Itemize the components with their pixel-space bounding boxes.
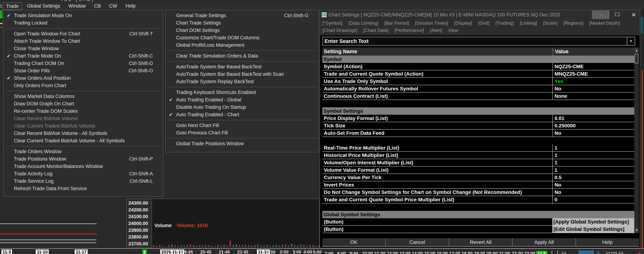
menu-item[interactable]: ✔ Attach Trade Window To Chart — [4, 38, 163, 45]
menu-item[interactable]: ✔ Clear Trade Simulation Orders & Data — [166, 52, 318, 60]
dialog-tab[interactable]: [Bar Period] — [384, 20, 409, 26]
settings-row[interactable]: (Button) [Apply Global Symbol Settings] — [322, 218, 635, 226]
menubar-item[interactable]: Help — [122, 2, 139, 10]
scroll-up-icon[interactable]: ▲ — [634, 48, 639, 53]
dialog-tab[interactable]: [Performance] — [394, 28, 424, 33]
setting-value-cell[interactable]: None — [553, 92, 635, 100]
settings-row[interactable]: Symbol (Action) NQZ25-CME — [322, 63, 635, 70]
menu-item[interactable]: ✔ General Trade Settings Ctrl-Shift-G — [166, 12, 318, 19]
menubar-item[interactable]: CB — [91, 2, 104, 10]
setting-value-cell[interactable]: 1 — [553, 152, 635, 159]
settings-row[interactable]: Invert Prices No — [322, 181, 635, 189]
dialog-button[interactable]: OK — [322, 238, 386, 246]
menu-item[interactable]: ✔ Trade Simulation Mode On — [4, 12, 163, 19]
dialog-button[interactable]: Apply All — [512, 238, 576, 246]
menu-item[interactable]: ✔ Clear Current Traded Bid/Ask Volume — [4, 122, 163, 130]
settings-row[interactable]: (Button) [Edit Global Symbol Settings] — [322, 226, 635, 233]
settings-row[interactable]: Trade and Current Quote Symbol Price Mul… — [322, 196, 635, 204]
settings-row[interactable]: Tick Size 0.250000 — [322, 122, 635, 130]
menu-item[interactable]: ✔ Draw DOM Graph On Chart — [4, 100, 163, 108]
menu-item[interactable]: ✔ Chart Trade Mode On Ctrl-Shift-C — [4, 52, 163, 60]
menu-item[interactable]: ✔ Clear Recent Bid/Ask Volume — [4, 115, 163, 122]
menu-item[interactable]: ✔ Customize Chart/Trade DOM Columns — [166, 34, 318, 42]
menu-item[interactable]: ✔ Goto Previous Chart Fill — [166, 129, 318, 136]
settings-row[interactable]: Auto-Set From Data Feed No — [322, 130, 635, 137]
menu-item[interactable]: ✔ Global Trade Positions Window — [166, 140, 318, 148]
scrollbar[interactable]: ▲ ▼ — [634, 48, 639, 233]
settings-row[interactable]: Real-Time Price Multiplier (List) 1 — [322, 144, 635, 152]
menu-item[interactable]: ✔ Goto Next Chart Fill — [166, 122, 318, 129]
settings-row[interactable]: Volume Value Format (List) 1 — [322, 166, 635, 174]
setting-value-cell[interactable]: No — [553, 189, 635, 196]
dialog-tab[interactable]: View — [448, 28, 458, 33]
dialog-button[interactable]: Help — [576, 238, 639, 246]
setting-value-cell[interactable]: No — [553, 130, 635, 136]
menu-item[interactable]: ✔ Trading Locked — [4, 19, 163, 27]
dialog-tab[interactable]: [Grid] — [478, 20, 490, 26]
search-input[interactable] — [323, 38, 627, 44]
menu-item[interactable]: ✔ Trade Account Monitor/Balances Window — [4, 163, 163, 170]
dialog-tab[interactable]: [Data Limiting] — [348, 20, 378, 26]
setting-value-cell[interactable]: 1 — [553, 159, 635, 166]
menubar-item[interactable]: Trade — [3, 2, 22, 10]
settings-row[interactable]: Continuous Contract (List) None — [322, 92, 635, 100]
menu-item[interactable]: ✔ Show Order Fills Ctrl-Shift-O — [4, 67, 163, 74]
scrollbar-thumb[interactable] — [634, 54, 638, 63]
chevron-down-icon[interactable]: ▼ — [627, 37, 635, 45]
setting-value-cell[interactable]: 0 — [553, 196, 635, 203]
menu-item[interactable]: ✔ Clear Current Traded Bid/Ask Volume - … — [4, 137, 163, 144]
settings-row[interactable]: Do Not Change Symbol Settings for Chart … — [322, 189, 635, 196]
dialog-button[interactable]: Revert All — [449, 238, 512, 246]
menu-item[interactable]: ✔ Open Trade Window For Chart Ctrl-Shift… — [4, 30, 163, 38]
settings-row[interactable]: Trade and Current Quote Symbol (Action) … — [322, 70, 635, 78]
setting-value-cell[interactable]: 1 — [553, 144, 635, 151]
dialog-tab[interactable]: [Session Times] — [415, 20, 448, 26]
dialog-tab[interactable]: [Chart Data] — [363, 28, 388, 33]
setting-value-cell[interactable]: [Apply Global Symbol Settings] — [553, 218, 635, 225]
menu-item[interactable]: ✔ AutoTrade System Bar Based BackTest wi… — [166, 70, 318, 78]
dialog-tab[interactable]: [Trading] — [496, 20, 514, 26]
setting-value-cell[interactable]: NQZ25-CME — [553, 63, 635, 70]
menubar-item[interactable]: Global Settings — [24, 2, 63, 10]
setting-value-cell[interactable]: 0.5 — [553, 174, 635, 181]
menu-item[interactable]: ✔ Trading Chart DOM On Ctrl-Shift-D — [4, 60, 163, 67]
column-value[interactable]: Value — [553, 48, 635, 56]
menu-item[interactable]: ✔ Trading Keyboard Shortcuts Enabled — [166, 89, 318, 96]
menu-item[interactable]: ✔ Disable Auto Trading On Startup — [166, 104, 318, 111]
menu-item[interactable]: ✔ Trade Orders Window — [4, 148, 163, 155]
settings-row[interactable]: Automatically Rollover Futures Symbol No — [322, 85, 635, 92]
setting-value-cell[interactable]: [Edit Global Symbol Settings] — [553, 226, 635, 233]
settings-row[interactable]: Historical Price Multiplier (List) 1 — [322, 152, 635, 159]
settings-row[interactable]: Use As Trade Only Symbol Yes — [322, 78, 635, 85]
dialog-tab[interactable]: [Market Depth] — [589, 20, 620, 26]
dialog-tab[interactable]: [Alert] — [430, 28, 442, 33]
menu-item[interactable]: ✔ Refresh Trade Data From Service — [4, 185, 163, 192]
dialog-tab[interactable]: [Display] — [454, 20, 472, 26]
menubar-item[interactable]: Window — [65, 2, 89, 10]
setting-value-cell[interactable]: 1 — [553, 166, 635, 174]
maximize-button[interactable] — [615, 13, 620, 16]
menubar-item[interactable]: CW — [106, 2, 120, 10]
dialog-tab[interactable]: [Linking] — [520, 20, 537, 26]
menu-item[interactable]: ✔ Trade Activity Log Ctrl-Shift-A — [4, 170, 163, 178]
menu-item[interactable]: ✔ Only Orders From Chart — [4, 82, 163, 89]
close-icon[interactable]: ✕ — [630, 12, 637, 18]
dialog-tab[interactable]: [*Symbol] — [322, 20, 342, 26]
dialog-button[interactable]: Cancel — [386, 238, 449, 246]
settings-row[interactable]: Price Display Format (List) 0.01 — [322, 115, 635, 122]
setting-value-cell[interactable]: Yes — [553, 78, 635, 85]
menu-item[interactable]: ✔ AutoTrade System Replay BackTest — [166, 78, 318, 85]
setting-value-cell[interactable]: 0.250000 — [553, 122, 635, 129]
menu-item[interactable]: ✔ Auto Trading Enabled - Global — [166, 96, 318, 104]
menu-item[interactable]: ✔ Chart DOM Settings — [166, 27, 318, 34]
menu-item[interactable]: ✔ Show Market Data Columns — [4, 93, 163, 100]
menu-item[interactable]: ✔ Show Orders And Position — [4, 74, 163, 82]
dialog-tab[interactable]: [Chart Drawings] — [322, 28, 357, 33]
setting-value-cell[interactable]: MNQZ25-CME — [553, 70, 635, 78]
scroll-down-icon[interactable]: ▼ — [634, 227, 639, 233]
menu-item[interactable]: ✔ AutoTrade System Bar Based BackTest — [166, 63, 318, 70]
settings-row[interactable]: Currency Value Per Tick 0.5 — [322, 174, 635, 181]
menu-item[interactable]: ✔ Close Trade Window — [4, 45, 163, 52]
column-setting-name[interactable]: Setting Name — [322, 48, 553, 54]
setting-value-cell[interactable]: No — [553, 181, 635, 188]
